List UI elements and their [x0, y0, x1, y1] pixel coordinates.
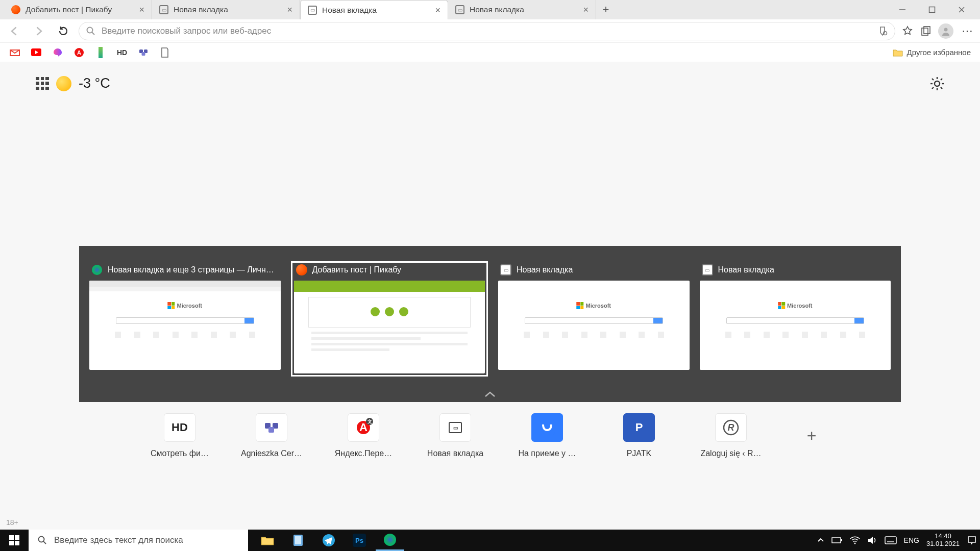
- close-icon[interactable]: ×: [287, 5, 292, 14]
- browser-tab-active[interactable]: ▭ Новая вкладка ×: [300, 0, 448, 19]
- taskbar-app-explorer[interactable]: [253, 530, 282, 551]
- address-bar[interactable]: Введите поисковый запрос или веб-адрес: [79, 22, 895, 40]
- close-icon[interactable]: ×: [139, 5, 144, 14]
- svg-point-40: [854, 543, 855, 544]
- switcher-thumbnail: Microsoft: [89, 281, 281, 370]
- search-icon: [86, 27, 95, 36]
- favorites-icon[interactable]: [901, 25, 914, 37]
- svg-line-5: [92, 32, 94, 35]
- weather-temperature[interactable]: -3 °C: [79, 76, 110, 91]
- svg-line-31: [43, 541, 46, 544]
- svg-line-19: [932, 79, 934, 80]
- tray-language[interactable]: ENG: [904, 536, 919, 544]
- taskbar-app-notepad[interactable]: [284, 530, 312, 551]
- chevron-up-icon[interactable]: [484, 391, 496, 398]
- profile-avatar[interactable]: [938, 23, 953, 39]
- switcher-title: Новая вкладка: [718, 265, 774, 274]
- site-label: Новая вкладка: [427, 449, 483, 458]
- taskbar-app-edge[interactable]: [376, 530, 404, 551]
- svg-point-23: [92, 265, 102, 275]
- switcher-title: Добавить пост | Пикабу: [312, 265, 402, 274]
- bookmark-item[interactable]: [159, 47, 170, 58]
- reload-button[interactable]: [54, 22, 72, 40]
- browser-toolbar: Введите поисковый запрос или веб-адрес ⋯: [0, 19, 980, 43]
- newtab-icon: ▭: [455, 5, 464, 14]
- new-tab-page: -3 °C Microsoft Новая вкладка и еще 3 ст…: [0, 62, 980, 530]
- bookmarks-bar: A HD Другое избранное: [0, 43, 980, 62]
- wifi-icon[interactable]: [850, 536, 860, 544]
- top-site[interactable]: Agnieszka Cer…: [246, 413, 297, 458]
- folder-icon: [893, 48, 903, 57]
- svg-point-37: [384, 534, 396, 546]
- close-icon[interactable]: ×: [435, 6, 440, 15]
- bookmark-item[interactable]: [95, 47, 106, 58]
- taskbar-app-telegram[interactable]: [314, 530, 343, 551]
- settings-gear-icon[interactable]: [930, 77, 944, 91]
- svg-line-21: [941, 79, 942, 80]
- back-button[interactable]: [5, 22, 23, 40]
- taskbar-search-placeholder: Введите здесь текст для поиска: [54, 535, 183, 545]
- svg-rect-1: [929, 7, 935, 13]
- taskbar-app-photoshop[interactable]: Ps: [345, 530, 374, 551]
- read-aloud-icon[interactable]: [877, 26, 889, 37]
- system-tray: ENG 14:40 31.01.2021: [817, 533, 980, 548]
- ntp-header-row: -3 °C: [0, 62, 980, 91]
- bookmark-item[interactable]: [52, 47, 63, 58]
- add-site-button[interactable]: +: [797, 421, 826, 450]
- switcher-thumbnail: Microsoft: [498, 281, 690, 370]
- forward-button[interactable]: [30, 22, 48, 40]
- volume-icon[interactable]: [867, 536, 877, 545]
- bookmark-item[interactable]: [31, 47, 42, 58]
- bookmark-item[interactable]: HD: [116, 47, 128, 58]
- svg-point-9: [944, 28, 948, 31]
- tray-chevron-icon[interactable]: [817, 537, 824, 544]
- top-site[interactable]: ▭Новая вкладка: [430, 413, 481, 458]
- top-site[interactable]: HDСмотреть фи…: [154, 413, 205, 458]
- collections-icon[interactable]: [920, 25, 932, 37]
- weather-icon[interactable]: [56, 76, 71, 91]
- switcher-card[interactable]: ▭ Новая вкладка Microsoft: [700, 264, 891, 377]
- top-site[interactable]: PPJATK: [614, 413, 665, 458]
- close-icon[interactable]: ×: [583, 5, 589, 14]
- maximize-button[interactable]: [918, 0, 946, 19]
- browser-tab[interactable]: Добавить пост | Пикабу ×: [4, 0, 152, 19]
- switcher-card[interactable]: ▭ Новая вкладка Microsoft: [498, 264, 690, 377]
- new-tab-button[interactable]: +: [596, 0, 616, 19]
- svg-point-30: [39, 537, 44, 542]
- svg-rect-38: [832, 538, 841, 543]
- newtab-icon: ▭: [159, 5, 168, 14]
- battery-icon[interactable]: [831, 537, 843, 544]
- svg-rect-41: [885, 537, 896, 544]
- switcher-card[interactable]: Новая вкладка и еще 3 страницы — Личн… M…: [89, 264, 281, 377]
- keyboard-icon[interactable]: [885, 536, 897, 544]
- bookmark-item[interactable]: A: [74, 47, 85, 58]
- svg-text:Ps: Ps: [355, 537, 363, 544]
- svg-rect-7: [922, 28, 928, 35]
- tray-clock[interactable]: 14:40 31.01.2021: [926, 533, 960, 548]
- bookmark-item[interactable]: [138, 47, 149, 58]
- svg-rect-33: [295, 536, 301, 544]
- app-launcher-icon[interactable]: [36, 77, 49, 90]
- newtab-icon: ▭: [308, 6, 317, 15]
- newtab-icon: ▭: [702, 264, 713, 276]
- other-bookmarks[interactable]: Другое избранное: [893, 48, 971, 57]
- top-site[interactable]: А文Яндекс.Пере…: [338, 413, 389, 458]
- tab-title: Новая вкладка: [322, 6, 430, 15]
- top-site[interactable]: RZaloguj się ‹ R…: [705, 413, 756, 458]
- switcher-thumbnail: Microsoft: [700, 281, 891, 370]
- top-site[interactable]: На приеме у …: [522, 413, 573, 458]
- browser-tab[interactable]: ▭ Новая вкладка ×: [152, 0, 300, 19]
- browser-tab[interactable]: ▭ Новая вкладка ×: [448, 0, 596, 19]
- taskbar-search[interactable]: Введите здесь текст для поиска: [29, 530, 248, 551]
- address-placeholder: Введите поисковый запрос или веб-адрес: [102, 26, 271, 36]
- close-window-button[interactable]: [947, 0, 976, 19]
- notifications-icon[interactable]: [967, 535, 977, 545]
- newtab-icon: ▭: [500, 264, 511, 276]
- minimize-button[interactable]: [888, 0, 917, 19]
- pikabu-icon: [296, 264, 307, 276]
- bookmark-item[interactable]: [9, 47, 20, 58]
- start-button[interactable]: [0, 530, 29, 551]
- switcher-card-selected[interactable]: Добавить пост | Пикабу: [291, 261, 488, 377]
- menu-button[interactable]: ⋯: [960, 25, 975, 37]
- browser-tab-strip: Добавить пост | Пикабу × ▭ Новая вкладка…: [0, 0, 980, 19]
